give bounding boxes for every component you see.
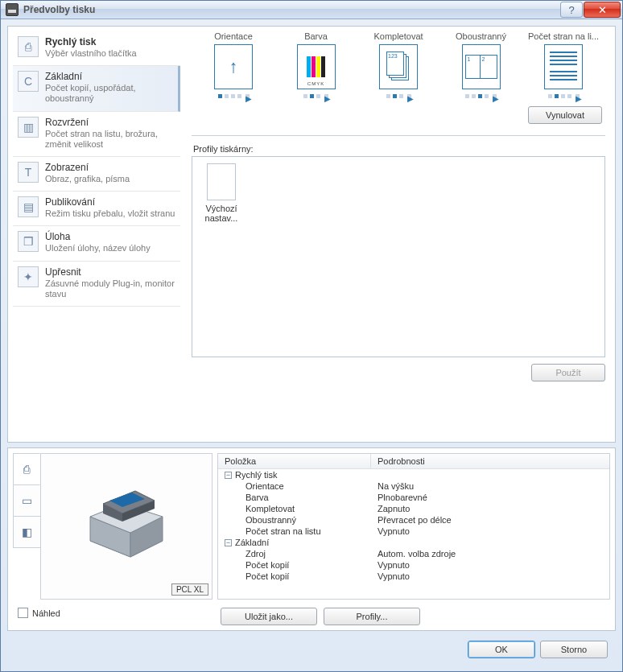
table-row[interactable]: Počet kopiíVypnuto (218, 571, 609, 582)
save-as-button[interactable]: Uložit jako... (221, 608, 317, 625)
quick-duplex[interactable]: Oboustranný 1 2 ▶ (443, 31, 520, 98)
pagesper-icon (544, 44, 583, 89)
profiles-box: Výchozí nastav... (192, 156, 605, 357)
sidebar-item-label: Rychlý tisk (45, 36, 175, 47)
row-key: Oboustranný (245, 515, 296, 525)
close-icon: ✕ (598, 4, 607, 16)
main-area: Orientace ▶ Barva CMYK ▶ (180, 31, 610, 437)
quick-label: Počet stran na li... (525, 31, 602, 41)
sidebar-item-label: Upřesnit (45, 266, 175, 278)
dots-indicator: ▶ (386, 94, 411, 98)
sidebar-item-quickprint[interactable]: ⎙ Rychlý tisk Výběr vlastního tlačítka (13, 31, 180, 66)
reset-button[interactable]: Vynulovat (528, 106, 602, 124)
dots-indicator: ▶ (218, 94, 250, 98)
header-col-item: Položka (218, 454, 371, 468)
profile-thumb-icon (207, 163, 236, 200)
footer-buttons: OK Storno (7, 636, 616, 666)
tab-page[interactable]: ▭ (13, 484, 40, 517)
table-row[interactable]: Počet kopiíVypnuto (218, 559, 609, 571)
row-key: Počet kopií (245, 571, 289, 581)
details-table: Položka Podrobnosti −Rychlý tiskOrientac… (217, 453, 610, 600)
ok-button[interactable]: OK (468, 641, 535, 658)
apply-button[interactable]: Použít (531, 364, 605, 381)
dots-indicator: ▶ (465, 94, 497, 98)
preview-checkbox-label: Náhled (32, 608, 60, 618)
profile-default[interactable]: Výchozí nastav... (199, 163, 244, 223)
details-body[interactable]: −Rychlý tiskOrientaceNa výškuBarvaPlnoba… (218, 469, 609, 599)
cancel-button[interactable]: Storno (540, 641, 608, 658)
sidebar-item-basic[interactable]: C Základní Počet kopií, uspořádat, obous… (13, 66, 180, 111)
preview-checkbox[interactable]: Náhled (13, 608, 212, 618)
row-key: Počet kopií (245, 560, 289, 570)
basic-icon: C (18, 71, 39, 92)
quick-label: Orientace (195, 31, 272, 41)
duplex-icon: 1 2 (462, 44, 501, 89)
quick-row: Orientace ▶ Barva CMYK ▶ (192, 31, 605, 98)
group-name: Rychlý tisk (235, 470, 278, 480)
row-key: Zdroj (245, 549, 266, 559)
row-value: Převracet po délce (378, 515, 452, 525)
sidebar-item-desc: Výběr vlastního tlačítka (45, 48, 175, 59)
row-key: Počet stran na listu (245, 526, 321, 536)
table-row[interactable]: BarvaPlnobarevné (218, 492, 609, 503)
layout-icon: ▥ (18, 117, 39, 138)
job-icon: ❒ (18, 231, 39, 252)
profile-label: Výchozí nastav... (199, 204, 244, 223)
titlebar: Předvolby tisku ? ✕ (1, 1, 622, 19)
quickprint-icon: ⎙ (18, 36, 39, 57)
sidebar-item-job[interactable]: ❒ Úloha Uložení úlohy, název úlohy (13, 226, 180, 261)
window: Předvolby tisku ? ✕ ⎙ Rychlý tisk Výběr … (0, 0, 623, 672)
close-button[interactable]: ✕ (584, 2, 621, 18)
window-title: Předvolby tisku (23, 4, 95, 15)
dots-indicator: ▶ (303, 94, 328, 98)
tab-color[interactable]: ◧ (13, 516, 40, 548)
advanced-icon: ✦ (18, 266, 39, 287)
printer-app-icon (6, 3, 19, 16)
profiles-button[interactable]: Profily... (324, 608, 420, 625)
sidebar-item-label: Úloha (45, 231, 175, 242)
profiles-label: Profily tiskárny: (193, 144, 605, 154)
sidebar-item-publishing[interactable]: ▤ Publikování Režim tisku přebalu, vloži… (13, 192, 180, 226)
upper-panel: ⎙ Rychlý tisk Výběr vlastního tlačítka C… (7, 26, 616, 443)
dots-indicator: ▶ (548, 94, 580, 98)
quick-collate[interactable]: Kompletovat 123 123 123 ▶ (360, 31, 437, 98)
quick-label: Barva (278, 31, 355, 41)
sidebar-item-layout[interactable]: ▥ Rozvržení Počet stran na listu, brožur… (13, 112, 180, 157)
tab-printer[interactable]: ⎙ (13, 453, 40, 485)
separator (192, 135, 605, 136)
table-group[interactable]: −Rychlý tisk (218, 469, 609, 480)
sidebar-item-advanced[interactable]: ✦ Upřesnit Zásuvné moduly Plug-in, monit… (13, 262, 180, 307)
table-row[interactable]: Počet stran na listuVypnuto (218, 526, 609, 537)
pdl-badge: PCL XL (171, 583, 208, 596)
quick-label: Kompletovat (360, 31, 437, 41)
table-row[interactable]: ZdrojAutom. volba zdroje (218, 548, 609, 559)
tree-collapse-icon: − (225, 539, 232, 546)
sidebar-item-imaging[interactable]: T Zobrazení Obraz, grafika, písma (13, 157, 180, 192)
printer-illustration-icon (74, 468, 179, 573)
table-row[interactable]: KompletovatZapnuto (218, 503, 609, 514)
quick-label: Oboustranný (443, 31, 520, 41)
color-icon: CMYK (297, 44, 336, 89)
sidebar-item-label: Zobrazení (45, 162, 175, 173)
sidebar-item-label: Publikování (45, 196, 175, 208)
sidebar-item-desc: Počet kopií, uspořádat, oboustranný (45, 83, 173, 104)
row-value: Plnobarevné (378, 493, 427, 502)
help-button[interactable]: ? (560, 2, 583, 18)
quick-color[interactable]: Barva CMYK ▶ (278, 31, 355, 98)
row-value: Autom. volba zdroje (378, 549, 456, 559)
help-icon: ? (568, 4, 574, 16)
row-key: Kompletovat (245, 504, 295, 513)
row-value: Vypnuto (378, 560, 410, 570)
sidebar-item-label: Základní (45, 71, 173, 82)
quick-orientation[interactable]: Orientace ▶ (195, 31, 272, 98)
table-row[interactable]: OrientaceNa výšku (218, 480, 609, 492)
content: ⎙ Rychlý tisk Výběr vlastního tlačítka C… (1, 19, 622, 671)
imaging-icon: T (18, 162, 39, 183)
row-key: Barva (245, 493, 269, 502)
collate-icon: 123 123 123 (379, 44, 418, 89)
quick-pagesper[interactable]: Počet stran na li... ▶ (525, 31, 602, 98)
publishing-icon: ▤ (18, 196, 39, 217)
table-group[interactable]: −Základní (218, 537, 609, 548)
table-row[interactable]: OboustrannýPřevracet po délce (218, 514, 609, 526)
row-key: Orientace (245, 481, 284, 491)
